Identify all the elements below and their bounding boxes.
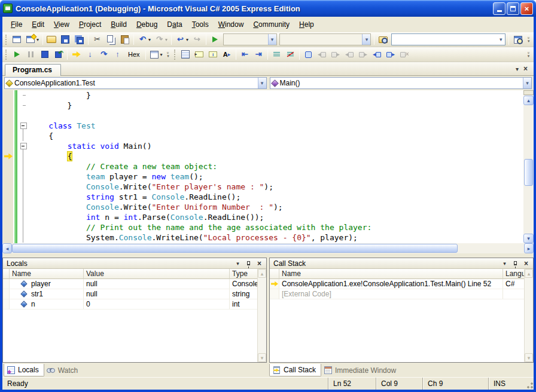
next-bookmark-button[interactable] (330, 48, 342, 60)
maximize-button[interactable] (507, 2, 519, 15)
language-column-header[interactable]: Langu (503, 269, 524, 279)
solution-explorer-button[interactable] (511, 33, 524, 45)
window-position-menu-icon[interactable] (500, 259, 509, 268)
toolbar-overflow-icon[interactable] (525, 48, 532, 60)
continue-button[interactable] (11, 48, 23, 60)
code-line[interactable]: string str1 = Console.ReadLine(); (30, 192, 523, 202)
auto-hide-pin-icon[interactable] (511, 259, 520, 268)
document-list-dropdown-icon[interactable] (516, 66, 519, 72)
stop-debugging-button[interactable] (38, 48, 51, 60)
window-position-menu-icon[interactable] (233, 259, 242, 268)
name-column-header[interactable]: Name (10, 269, 84, 279)
solution-configurations-combo[interactable] (223, 33, 277, 45)
code-line[interactable]: { (30, 131, 523, 141)
types-combo[interactable]: ConsoleApplication1.Test (4, 77, 267, 89)
chevron-down-icon[interactable] (523, 78, 531, 88)
toolbar-grip[interactable] (5, 35, 8, 45)
tab-call-stack[interactable]: Call Stack (269, 364, 321, 376)
cut-button[interactable] (91, 33, 103, 45)
menu-build[interactable]: Build (106, 19, 132, 30)
close-panel-icon[interactable] (255, 259, 264, 268)
code-line[interactable] (30, 111, 523, 121)
clear-bookmarks-button[interactable] (398, 48, 411, 60)
close-document-icon[interactable] (523, 65, 528, 73)
code-editor[interactable]: } } class Test { static void Main() { //… (2, 90, 534, 243)
call-stack-panel-titlebar[interactable]: Call Stack (270, 258, 533, 269)
toggle-bookmark-button[interactable] (302, 48, 315, 60)
call-stack-scrollbar[interactable] (524, 269, 533, 362)
call-stack-row[interactable]: ConsoleApplication1.exe!ConsoleApplicati… (270, 279, 524, 289)
previous-bookmark-in-folder-button[interactable] (343, 48, 356, 60)
breakpoint-gutter-line[interactable] (2, 222, 13, 232)
scroll-left-icon[interactable] (2, 243, 12, 253)
breakpoint-gutter-line[interactable] (2, 212, 13, 222)
start-debugging-button[interactable] (209, 33, 221, 45)
break-all-button[interactable] (25, 48, 37, 60)
code-line[interactable]: static void Main() (30, 141, 523, 151)
editor-vertical-scrollbar[interactable] (523, 90, 534, 243)
display-member-list-button[interactable] (179, 48, 192, 60)
call-stack-row[interactable]: [External Code] (270, 289, 524, 299)
chevron-down-icon[interactable] (268, 34, 276, 45)
code-line[interactable]: { (30, 151, 523, 161)
step-over-button[interactable] (98, 48, 110, 60)
editor-horizontal-scrollbar[interactable] (2, 243, 534, 253)
uncomment-selection-button[interactable] (284, 48, 297, 60)
hex-toggle-button[interactable]: Hex (125, 50, 143, 59)
auto-hide-pin-icon[interactable] (244, 259, 253, 268)
chevron-down-icon[interactable] (497, 34, 505, 45)
locals-panel-titlebar[interactable]: Locals (3, 258, 266, 269)
breakpoint-gutter-line[interactable] (2, 100, 13, 111)
code-line[interactable]: // Print out the name and the age associ… (30, 222, 523, 232)
next-bookmark-in-folder-button[interactable] (357, 48, 370, 60)
increase-indent-button[interactable] (252, 48, 265, 60)
scroll-down-icon[interactable] (523, 234, 534, 243)
open-file-button[interactable] (45, 33, 58, 45)
minimize-button[interactable] (493, 2, 505, 15)
navigate-forward-button[interactable] (191, 33, 203, 45)
tab-watch[interactable]: Watch (44, 364, 83, 376)
menu-community[interactable]: Community (248, 19, 294, 30)
redo-button[interactable] (153, 33, 169, 45)
code-line[interactable]: System.Console.WriteLine("Local processe… (30, 232, 523, 243)
menu-view[interactable]: View (49, 19, 74, 30)
copy-button[interactable] (105, 33, 117, 45)
breakpoint-gutter-line[interactable] (2, 131, 13, 141)
parameter-info-button[interactable] (193, 48, 206, 60)
code-text-area[interactable]: } } class Test { static void Main() { //… (28, 90, 523, 243)
split-handle[interactable] (523, 90, 534, 95)
tab-program-cs[interactable]: Program.cs (5, 64, 61, 76)
debug-windows-button[interactable] (148, 48, 164, 60)
toolbar-overflow-icon[interactable] (165, 48, 172, 60)
code-line[interactable]: team player = new team(); (30, 172, 523, 182)
previous-bookmark-in-document-button[interactable] (371, 48, 383, 60)
comment-selection-button[interactable] (270, 48, 283, 60)
solution-platforms-combo[interactable] (279, 33, 371, 45)
breakpoint-gutter-line[interactable] (2, 90, 13, 100)
name-column-header[interactable]: Name (279, 269, 503, 279)
add-new-item-button[interactable] (25, 33, 40, 45)
horizontal-scroll-thumb[interactable] (12, 244, 458, 253)
horizontal-scroll-track[interactable] (12, 243, 524, 253)
scroll-down-icon[interactable] (525, 353, 533, 362)
breakpoint-gutter-line[interactable] (2, 232, 13, 243)
menu-window[interactable]: Window (214, 19, 249, 30)
navigate-backward-button[interactable] (174, 33, 190, 45)
save-all-button[interactable] (73, 33, 86, 45)
breakpoint-gutter-line[interactable] (2, 151, 13, 161)
scroll-down-icon[interactable] (258, 353, 266, 362)
toolbar-overflow-icon[interactable] (525, 33, 532, 45)
breakpoint-gutter-line[interactable] (2, 161, 13, 172)
menu-project[interactable]: Project (74, 19, 106, 30)
resize-grip[interactable] (525, 378, 534, 390)
close-button[interactable]: × (520, 2, 533, 15)
scroll-up-icon[interactable] (258, 269, 266, 278)
code-line[interactable]: int n = int.Parse(Console.ReadLine()); (30, 212, 523, 222)
code-line[interactable]: Console.Write("Enter Uniform Number : ")… (30, 202, 523, 212)
restart-button[interactable] (52, 48, 65, 60)
vertical-scroll-thumb[interactable] (524, 159, 533, 186)
breakpoint-gutter[interactable] (2, 90, 14, 243)
breakpoint-gutter-line[interactable] (2, 111, 13, 121)
tab-immediate-window[interactable]: Immediate Window (321, 364, 401, 376)
menu-file[interactable]: File (6, 19, 27, 30)
